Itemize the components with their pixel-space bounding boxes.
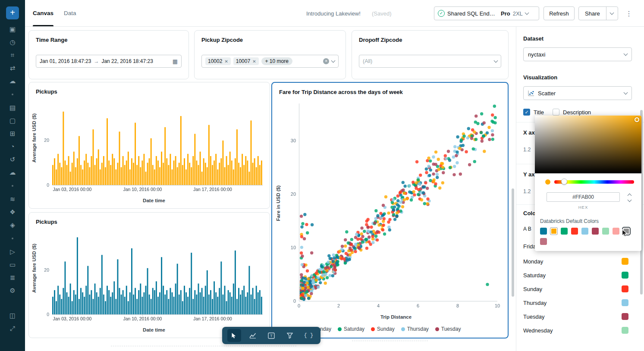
chip-remove-icon[interactable]: ✕ (252, 59, 256, 64)
legend-item[interactable]: Saturday (338, 326, 364, 332)
sql-warehouses-icon[interactable]: ☁ (0, 166, 25, 179)
catalog-icon[interactable]: ⌗ (0, 49, 25, 62)
marketplace-icon[interactable]: ◫ (0, 309, 25, 322)
feature-store-icon[interactable]: ❖ (0, 206, 25, 219)
overflow-menu-icon[interactable]: ⋮ (625, 9, 632, 18)
clear-all-icon[interactable]: ✕ (323, 58, 329, 64)
more-chips-badge[interactable]: + 10 more (261, 57, 292, 65)
experiments-icon[interactable]: ≋ (0, 193, 25, 206)
palette-swatch[interactable] (592, 228, 599, 235)
dropoff-zipcode-select[interactable]: (All) (359, 55, 501, 68)
palette-swatch[interactable] (540, 238, 547, 245)
format-stepper[interactable] (628, 194, 631, 201)
refresh-button[interactable]: Refresh (543, 6, 575, 20)
bar-chart-canvas[interactable] (38, 98, 266, 193)
recents-icon[interactable]: ◷ (0, 36, 25, 49)
hue-slider-handle[interactable] (561, 179, 567, 185)
legend-item[interactable]: Thursday (401, 326, 429, 332)
workspace-icon[interactable]: ▣ (0, 23, 25, 36)
description-checkbox[interactable] (553, 109, 559, 116)
series-color-swatch[interactable] (622, 285, 628, 292)
series-color-swatch[interactable] (622, 272, 628, 279)
palette-swatch[interactable] (571, 228, 578, 235)
chevron-down-icon[interactable] (494, 59, 498, 63)
share-menu-button[interactable] (606, 7, 618, 20)
series-color-swatch[interactable] (622, 327, 628, 334)
canvas-scrollbar[interactable] (512, 188, 514, 297)
series-color-row: Monday (523, 254, 628, 268)
dropoff-zipcode-widget[interactable]: Dropoff Zipcode (All) (352, 30, 509, 79)
filter-tool-icon[interactable] (283, 329, 297, 342)
saturation-handle[interactable] (635, 117, 639, 122)
palette-swatch[interactable] (550, 228, 557, 235)
queries-icon[interactable]: ▢ (0, 114, 25, 127)
select-tool-icon[interactable] (227, 329, 241, 342)
saturation-gradient[interactable] (535, 116, 641, 173)
time-range-widget[interactable]: Time Range Jan 01, 2016 18:47:23 → Jan 2… (28, 30, 189, 79)
scatter-chart-widget[interactable]: Fare for Trip Distance across the days o… (271, 82, 509, 338)
legend-label: Saturday (344, 326, 364, 332)
chip-remove-icon[interactable]: ✕ (224, 59, 228, 64)
alerts-icon[interactable]: ◔ (0, 140, 25, 153)
tab-data[interactable]: Data (64, 0, 76, 26)
bar-chart-canvas[interactable] (38, 228, 266, 322)
palette-swatch[interactable] (540, 228, 547, 235)
zipcode-chip[interactable]: 10007✕ (233, 57, 259, 65)
mouse-cursor (622, 229, 628, 238)
sql-editor-icon[interactable]: ▤ (0, 101, 25, 114)
legend-dot (401, 327, 405, 331)
pickup-zipcode-input[interactable]: 10002✕10007✕ + 10 more ✕ (201, 55, 339, 68)
dataset-select[interactable]: nyctaxi (523, 47, 632, 61)
dashboards-icon[interactable]: ⊞ (0, 127, 25, 140)
code-tool-icon[interactable]: { } (302, 329, 315, 342)
legend-label: Tuesday (441, 326, 461, 332)
workflows-icon[interactable]: ⇄ (0, 62, 25, 75)
chart-tool-icon[interactable] (246, 329, 260, 342)
palette-row-2 (540, 238, 547, 245)
models-icon[interactable]: ◈ (0, 219, 25, 232)
palette-swatch[interactable] (602, 228, 609, 235)
series-color-row: Thursday (523, 296, 628, 310)
sql-endpoint-select[interactable]: ✓ Shared SQL Endpo... Pro 2XL (434, 6, 539, 20)
x-axis-label: Date time (29, 198, 270, 203)
series-color-row: Wednesday (523, 323, 628, 337)
hex-input[interactable] (547, 192, 620, 202)
time-range-input[interactable]: Jan 01, 2016 18:47:23 → Jan 22, 2016 18:… (36, 55, 182, 68)
scatter-chart-canvas[interactable] (283, 99, 503, 310)
series-label: Saturday (523, 272, 546, 279)
zipcode-chip[interactable]: 10002✕ (205, 57, 231, 65)
tab-canvas[interactable]: Canvas (33, 0, 53, 26)
jobs-icon[interactable]: ≣ (0, 271, 25, 284)
share-button[interactable]: Share (579, 7, 606, 20)
palette-swatch[interactable] (581, 228, 588, 235)
palette-row-1 (540, 228, 630, 235)
chevron-up-icon (628, 194, 632, 198)
query-history-icon[interactable]: ↺ (0, 153, 25, 166)
text-tool-icon[interactable]: T (264, 329, 278, 342)
clusters-icon[interactable]: ⚙ (0, 284, 25, 297)
pickups-chart-orange[interactable]: Pickups Average fare USD ($) Date time (28, 82, 270, 209)
series-color-swatch[interactable] (622, 258, 628, 265)
widget-title: Pickup Zipcode (201, 37, 243, 43)
palette-swatch[interactable] (561, 228, 568, 235)
visualization-select[interactable]: Scatter (523, 86, 632, 100)
calendar-icon[interactable]: ▦ (173, 58, 178, 65)
x-axis-value: 1.2 (523, 147, 531, 153)
pickups-chart-teal[interactable]: Pickups Average fare USD ($) Date time (28, 212, 270, 338)
title-checkbox-label: Title (534, 109, 544, 116)
playground-icon[interactable]: ▷ (0, 245, 25, 258)
series-color-swatch[interactable] (622, 313, 628, 320)
chevron-down-icon[interactable] (331, 59, 336, 63)
series-color-swatch[interactable] (622, 299, 628, 306)
chip-label: 10007 (236, 58, 250, 64)
pickup-zipcode-widget[interactable]: Pickup Zipcode 10002✕10007✕ + 10 more ✕ (194, 30, 346, 79)
legend-item[interactable]: Tuesday (435, 326, 461, 332)
palette-swatch[interactable] (613, 228, 619, 235)
partner-connect-icon[interactable]: ⤢ (0, 322, 25, 335)
widget-title: Time Range (36, 37, 67, 43)
title-checkbox[interactable]: ✓ (523, 109, 530, 116)
notebooks-icon[interactable]: ▭ (0, 258, 25, 271)
new-icon[interactable]: + (6, 6, 19, 19)
compute-icon[interactable]: ☁ (0, 75, 25, 88)
legend-item[interactable]: Sunday (371, 326, 395, 332)
